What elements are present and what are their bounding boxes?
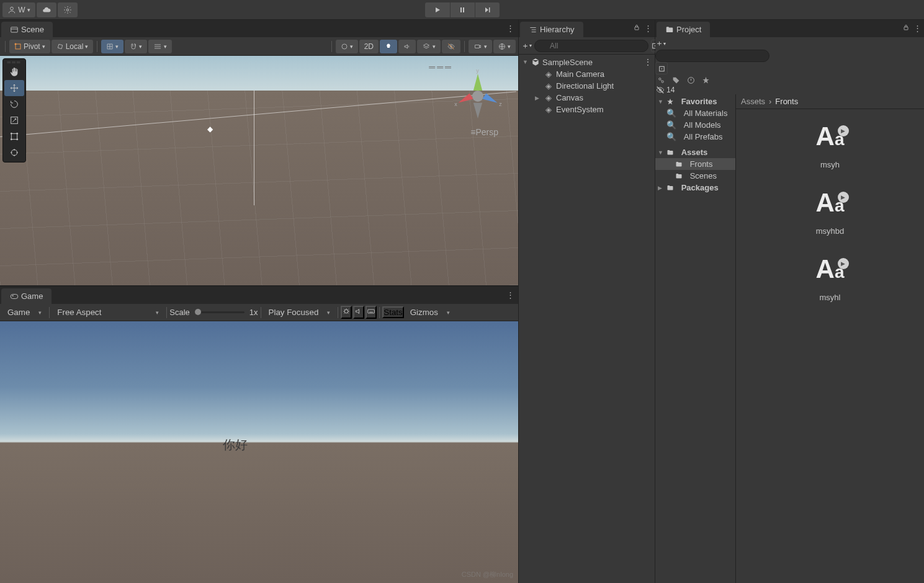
step-button[interactable] [475,2,500,17]
grid-snap-button[interactable]: ▾ [101,40,123,53]
debug-draw-button[interactable]: ▾ [336,40,358,53]
pause-button[interactable] [450,2,475,17]
hierarchy-search-input[interactable] [534,40,648,52]
game-tab-menu-icon[interactable]: ⋮ [506,290,514,300]
scene-menu-icon[interactable]: ⋮ [644,57,652,67]
font-file[interactable]: Aa▶ msyhl [799,244,861,311]
svg-rect-28 [368,309,375,313]
display-dropdown[interactable]: Game [2,306,47,319]
gizmos-button[interactable]: ▾ [493,40,516,53]
tab-project[interactable]: Project [657,22,710,37]
perspective-label[interactable]: ≡Persp [470,127,498,137]
local-button[interactable]: Local▾ [52,40,94,53]
warning-icon [687,76,695,84]
audio-button[interactable] [398,40,416,53]
search-icon: 🔍 [666,120,676,130]
svg-point-13 [11,133,12,134]
hierarchy-item-canvas[interactable]: ▶◈Canvas [519,92,655,104]
hierarchy-item-camera[interactable]: ◈Main Camera [519,68,655,80]
font-file[interactable]: Aa▶ msyh [799,112,861,178]
favorite-button[interactable] [700,74,711,86]
lock-icon[interactable] [633,24,640,33]
game-view[interactable]: 你好 CSDN @柳nlong [0,321,518,583]
hidden-count[interactable]: 14 [655,86,924,94]
favorites-item[interactable]: 🔍 All Prefabs [655,131,735,143]
scale-tool-button[interactable] [4,112,24,128]
play-button[interactable] [425,2,450,17]
scene-grid [0,56,518,285]
aspect-dropdown[interactable]: Free Aspect [52,306,164,319]
transform-tool-button[interactable] [4,145,24,161]
scene-view-icon [10,25,19,34]
gizmos-dropdown[interactable]: Gizmos [405,306,455,319]
svg-point-1 [66,9,69,11]
visibility-button[interactable] [442,40,460,53]
search-icon: 🔍 [666,132,676,141]
keyboard-button[interactable] [366,306,377,319]
scene-toolbar: Pivot▾ Local▾ ▾ ▾ ▾ ▾ 2D ▾ [0,37,518,56]
project-search-input[interactable] [655,50,769,62]
pivot-icon [14,43,22,50]
hierarchy-item-eventsystem[interactable]: ◈EventSystem [519,104,655,115]
fx-button[interactable]: ▾ [417,40,441,53]
hierarchy-menu-icon[interactable]: ⋮ [644,24,652,33]
lighting-button[interactable] [380,40,397,53]
tab-game[interactable]: Game [1,288,52,304]
tab-hierarchy[interactable]: Hierarchy [520,22,583,37]
settings-button[interactable] [58,2,78,17]
tab-scene-label: Scene [21,25,44,34]
svg-rect-2 [11,27,18,32]
font-file[interactable]: Aa▶ msyhbd [799,178,861,244]
folder-icon [665,25,674,34]
assets-item-fronts[interactable]: Fronts [655,158,735,170]
scene-name: SampleScene [542,58,593,67]
watermark: CSDN @柳nlong [462,570,513,579]
tab-scene[interactable]: Scene [1,22,53,37]
account-button[interactable]: W ▾ [2,2,35,17]
pivot-button[interactable]: Pivot▾ [9,40,50,53]
filter-label-button[interactable] [670,74,681,86]
project-menu-icon[interactable]: ⋮ [913,24,922,33]
scale-value: 1x [249,308,258,317]
scene-row[interactable]: ▼ SampleScene ⋮ [519,56,655,68]
scene-tab-bar: Scene ⋮ [0,20,518,37]
star-icon [666,98,674,105]
bug-button[interactable] [341,306,352,319]
orientation-gizmo[interactable]: x z y [450,68,506,126]
cloud-button[interactable] [37,2,56,17]
filter-type-button[interactable] [655,74,666,86]
scale-icon [9,115,19,125]
svg-rect-9 [475,45,480,48]
create-button[interactable]: ＋▾ [521,40,532,52]
rect-tool-button[interactable] [4,128,24,145]
camera-button[interactable]: ▾ [469,40,492,53]
assets-item-scenes[interactable]: Scenes [655,170,735,182]
breadcrumb-root[interactable]: Assets [741,97,765,106]
scale-slider[interactable] [195,311,244,313]
assets-folder[interactable]: ▼ Assets [655,146,735,158]
scene-tab-menu-icon[interactable]: ⋮ [506,24,514,33]
hand-tool-button[interactable] [4,64,24,80]
favorites-item[interactable]: 🔍 All Models [655,119,735,131]
step-icon [483,6,491,14]
snap-increment-button[interactable]: ▾ [125,40,147,53]
hierarchy-title: Hierarchy [540,25,575,34]
rotate-tool-button[interactable] [4,96,24,112]
mode-2d-button[interactable]: 2D [359,40,379,53]
play-focused-dropdown[interactable]: Play Focused [264,306,336,319]
grid-visibility-button[interactable]: ▾ [148,40,172,53]
cube-icon: ◈ [544,81,554,91]
breadcrumb-current[interactable]: Fronts [775,97,798,106]
favorites-folder[interactable]: ▼ Favorites [655,96,735,107]
packages-folder[interactable]: ▶ Packages [655,182,735,194]
mute-button[interactable] [353,306,364,319]
favorites-item[interactable]: 🔍 All Materials [655,107,735,119]
scene-view[interactable]: ◆ ═══ ═══ x z y ≡Persp [0,56,518,285]
hierarchy-item-light[interactable]: ◈Directional Light [519,80,655,92]
search-options-button[interactable]: ⊡ [655,62,668,74]
move-tool-button[interactable] [4,80,24,96]
save-search-button[interactable] [685,74,696,86]
project-create-button[interactable]: ＋▾ [655,37,669,50]
lock-icon[interactable] [902,24,910,33]
stats-button[interactable]: Stats [382,306,403,318]
